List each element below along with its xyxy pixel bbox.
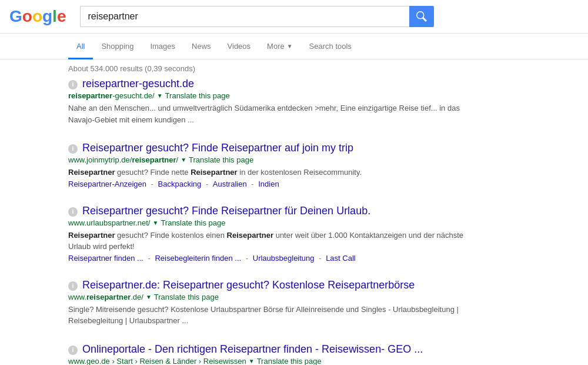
tab-images[interactable]: Images [142, 35, 183, 59]
translate-link[interactable]: Translate this page [154, 293, 219, 301]
result-title-row: i Reisepartner gesucht? Finde Reisepartn… [68, 205, 468, 217]
result-item: i Reisepartner gesucht? Finde Reisepartn… [68, 142, 468, 188]
logo-letter-e: e [57, 7, 66, 26]
result-url: www.geo.de › Start › Reisen & Länder › R… [68, 357, 246, 366]
tab-shopping[interactable]: Shopping [93, 35, 142, 59]
result-title-link[interactable]: Reisepartner gesucht? Finde Reisepartner… [82, 142, 353, 154]
info-icon[interactable]: i [68, 207, 78, 217]
info-icon[interactable]: i [68, 346, 78, 355]
sitelink[interactable]: Reisepartner finden ... [68, 254, 143, 263]
translate-link[interactable]: Translate this page [257, 357, 322, 366]
info-icon[interactable]: i [68, 281, 78, 291]
results-count-text: About 534.000 results (0,39 seconds) [68, 64, 195, 73]
translate-link[interactable]: Translate this page [165, 91, 230, 100]
nav-bar: All Shopping Images News Videos More ▼ S… [0, 35, 588, 59]
sitelink[interactable]: Backpacking [158, 180, 202, 188]
result-url-row: www.reisepartner.de/ ▼ Translate this pa… [68, 293, 468, 301]
result-url-row: reisepartner-gesucht.de/ ▼ Translate thi… [68, 91, 468, 100]
more-dropdown-arrow: ▼ [287, 43, 293, 49]
sitelink[interactable]: Reisebegleiterin finden ... [155, 254, 241, 263]
logo-letter-o1: o [22, 7, 32, 26]
result-title-row: i Reisepartner.de: Reisepartner gesucht?… [68, 279, 468, 291]
tab-videos[interactable]: Videos [219, 35, 259, 59]
logo-letter-g: G [9, 7, 22, 26]
sitelink[interactable]: Last Call [326, 254, 356, 263]
translate-link[interactable]: Translate this page [189, 155, 253, 164]
result-item: i Reisepartner gesucht? Finde Reisepartn… [68, 205, 468, 263]
translate-arrow: ▼ [157, 92, 163, 99]
search-bar [80, 6, 434, 27]
result-url: www.joinmytrip.de/reisepartner/ [68, 155, 178, 164]
google-logo[interactable]: Google [9, 7, 66, 26]
result-description: Reisepartner gesucht? Finde nette Reisep… [68, 167, 468, 178]
translate-arrow: ▼ [146, 294, 152, 300]
result-title-link[interactable]: Onlineportale - Den richtigen Reisepartn… [82, 343, 423, 355]
result-description: Reisepartner gesucht? Finde kostenlos ei… [68, 230, 468, 253]
info-icon[interactable]: i [68, 144, 78, 154]
result-description: Nahe an den Menschen... und umweltverträ… [68, 102, 468, 125]
result-sitelinks: Reisepartner-Anzeigen - Backpacking - Au… [68, 180, 468, 188]
result-title-row: i reisepartner-gesucht.de [68, 78, 468, 90]
translate-arrow: ▼ [152, 220, 158, 226]
result-item: i reisepartner-gesucht.de reisepartner-g… [68, 78, 468, 125]
search-input[interactable] [80, 6, 409, 27]
tab-news[interactable]: News [183, 35, 219, 59]
search-icon [416, 11, 427, 22]
result-url-row: www.urlaubspartner.net/ ▼ Translate this… [68, 218, 468, 227]
result-title-row: i Reisepartner gesucht? Finde Reisepartn… [68, 142, 468, 154]
tab-more[interactable]: More ▼ [259, 35, 301, 59]
header: Google [0, 0, 588, 34]
sitelink[interactable]: Indien [258, 180, 279, 188]
result-url-row: www.geo.de › Start › Reisen & Länder › R… [68, 357, 468, 366]
info-icon[interactable]: i [68, 80, 78, 89]
result-item: i Onlineportale - Den richtigen Reisepar… [68, 343, 468, 366]
translate-arrow: ▼ [181, 157, 186, 163]
logo-letter-o2: o [32, 7, 42, 26]
translate-link[interactable]: Translate this page [161, 218, 225, 227]
sitelink[interactable]: Urlaubsbegleitung [253, 254, 315, 263]
sitelink[interactable]: Reisepartner-Anzeigen [68, 180, 146, 188]
result-url: www.urlaubspartner.net/ [68, 218, 150, 227]
result-title-row: i Onlineportale - Den richtigen Reisepar… [68, 343, 468, 356]
result-sitelinks: Reisepartner finden ... - Reisebegleiter… [68, 254, 468, 263]
result-url: reisepartner-gesucht.de/ [68, 91, 155, 100]
results-info: About 534.000 results (0,39 seconds) [0, 59, 588, 78]
sitelink[interactable]: Australien [213, 180, 247, 188]
search-button[interactable] [409, 6, 434, 27]
logo-letter-l: l [52, 7, 57, 26]
result-url-row: www.joinmytrip.de/reisepartner/ ▼ Transl… [68, 155, 468, 164]
results-container: i reisepartner-gesucht.de reisepartner-g… [0, 78, 588, 365]
result-title-link[interactable]: Reisepartner.de: Reisepartner gesucht? K… [82, 279, 415, 291]
translate-arrow: ▼ [249, 358, 255, 364]
tab-all[interactable]: All [68, 35, 93, 59]
logo-letter-g2: g [42, 7, 52, 26]
result-description: Single? Mitreisende gesucht? Kostenlose … [68, 304, 468, 327]
result-item: i Reisepartner.de: Reisepartner gesucht?… [68, 279, 468, 327]
result-title-link[interactable]: reisepartner-gesucht.de [82, 78, 194, 89]
tab-search-tools[interactable]: Search tools [301, 35, 360, 59]
result-url: www.reisepartner.de/ [68, 293, 143, 301]
result-title-link[interactable]: Reisepartner gesucht? Finde Reisepartner… [82, 205, 370, 217]
